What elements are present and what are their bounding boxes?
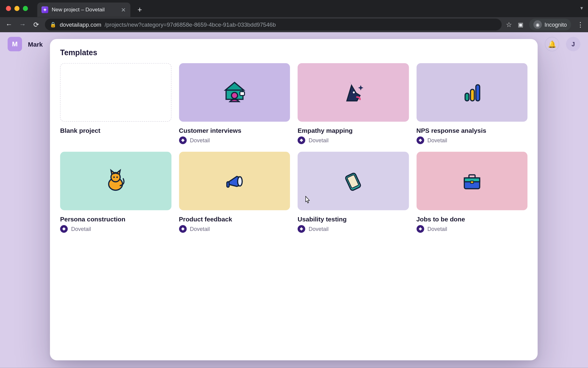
template-thumb	[60, 63, 171, 122]
workspace-name: Mark	[28, 40, 43, 48]
template-author-label: Dovetail	[190, 226, 210, 232]
template-author-label: Dovetail	[71, 226, 91, 232]
notifications-button[interactable]: 🔔	[545, 37, 559, 51]
template-title: Customer interviews	[179, 127, 290, 134]
tabs-dropdown-icon[interactable]: ▾	[580, 5, 583, 11]
user-initial: J	[571, 41, 575, 48]
incognito-indicator[interactable]: ◉ Incognito	[529, 19, 571, 31]
svg-point-13	[116, 176, 118, 178]
template-author-label: Dovetail	[427, 226, 447, 232]
svg-marker-10	[111, 170, 115, 174]
cat-icon	[104, 169, 128, 193]
template-card-empathy-mapping[interactable]: Empathy mapping Dovetail	[298, 63, 409, 144]
house-person-icon	[222, 80, 247, 105]
template-author-label: Dovetail	[309, 137, 329, 144]
templates-grid: Blank project Customer interviews	[60, 63, 527, 233]
phone-icon	[341, 169, 365, 193]
tab-title: New project – Dovetail	[52, 7, 105, 13]
template-thumb	[179, 152, 290, 210]
address-bar[interactable]: 🔒 dovetailapp.com/projects/new?category=…	[45, 19, 502, 31]
svg-rect-7	[476, 85, 480, 101]
template-thumb	[416, 152, 527, 210]
cursor-icon	[304, 196, 311, 205]
nav-forward-button[interactable]: →	[18, 21, 27, 29]
template-title: Blank project	[60, 127, 171, 134]
browser-toolbar: ← → ⟳ 🔒 dovetailapp.com/projects/new?cat…	[0, 17, 588, 32]
template-card-nps[interactable]: NPS response analysis Dovetail	[416, 63, 527, 144]
template-card-customer-interviews[interactable]: Customer interviews Dovetail	[179, 63, 290, 144]
tab-favicon: ✦	[41, 6, 48, 13]
nav-reload-button[interactable]: ⟳	[31, 21, 40, 29]
template-thumb	[298, 63, 409, 122]
incognito-icon: ◉	[533, 20, 542, 29]
template-thumb	[298, 152, 409, 210]
template-title: Product feedback	[179, 215, 290, 222]
template-card-usability-testing[interactable]: Usability testing Dovetail	[298, 152, 409, 233]
template-title: Usability testing	[298, 215, 409, 222]
new-tab-button[interactable]: +	[134, 4, 146, 16]
svg-rect-5	[465, 93, 469, 101]
window-minimize-button[interactable]	[14, 6, 20, 11]
svg-rect-20	[469, 175, 475, 178]
dovetail-logo-icon	[179, 225, 187, 233]
workspace-initial: M	[12, 40, 17, 48]
url-path: /projects/new?category=97d6858e-8659-4bc…	[105, 21, 276, 28]
browser-menu-icon[interactable]: ⋮	[577, 21, 584, 29]
template-card-product-feedback[interactable]: Product feedback Dovetail	[179, 152, 290, 233]
template-author: Dovetail	[416, 225, 527, 233]
bell-icon: 🔔	[548, 40, 556, 48]
template-card-blank[interactable]: Blank project	[60, 63, 171, 144]
briefcase-icon	[460, 169, 484, 193]
browser-tab-active[interactable]: ✦ New project – Dovetail ✕	[37, 2, 130, 17]
nav-back-button[interactable]: ←	[4, 21, 13, 29]
template-author-label: Dovetail	[427, 137, 447, 144]
window-controls	[6, 6, 28, 11]
bar-chart-icon	[460, 80, 484, 105]
template-author-label: Dovetail	[309, 226, 329, 232]
template-author: Dovetail	[60, 225, 171, 233]
template-card-persona[interactable]: Persona construction Dovetail	[60, 152, 171, 233]
app-viewport: M Mark 🔔 J Templates Blank project	[0, 32, 588, 368]
bookmark-star-icon[interactable]: ☆	[506, 21, 512, 29]
template-author-label: Dovetail	[190, 137, 210, 144]
svg-rect-15	[227, 182, 229, 187]
template-thumb	[179, 63, 290, 122]
template-author: Dovetail	[416, 136, 527, 144]
template-author: Dovetail	[298, 225, 409, 233]
dovetail-logo-icon	[179, 136, 187, 144]
window-close-button[interactable]	[6, 6, 11, 11]
svg-point-2	[231, 92, 237, 98]
svg-marker-0	[225, 82, 243, 90]
svg-point-14	[237, 177, 242, 186]
svg-point-4	[353, 91, 355, 93]
tab-close-icon[interactable]: ✕	[121, 7, 126, 13]
template-title: Persona construction	[60, 215, 171, 222]
svg-rect-1	[240, 92, 244, 96]
extensions-icon[interactable]: ▣	[518, 21, 523, 28]
svg-rect-6	[470, 89, 474, 101]
user-avatar[interactable]: J	[566, 37, 580, 51]
dovetail-logo-icon	[416, 136, 424, 144]
dog-sparkle-icon	[341, 80, 365, 105]
workspace-badge[interactable]: M	[8, 37, 22, 51]
svg-marker-11	[116, 170, 120, 174]
template-author: Dovetail	[179, 225, 290, 233]
template-card-jobs-to-be-done[interactable]: Jobs to be done Dovetail	[416, 152, 527, 233]
template-title: Jobs to be done	[416, 215, 527, 222]
template-author: Dovetail	[179, 136, 290, 144]
templates-modal: Templates Blank project	[50, 39, 537, 360]
template-title: Empathy mapping	[298, 127, 409, 134]
svg-point-12	[113, 176, 115, 178]
dovetail-logo-icon	[298, 136, 305, 144]
browser-titlebar: ✦ New project – Dovetail ✕ + ▾	[0, 0, 588, 17]
window-zoom-button[interactable]	[23, 6, 28, 11]
dovetail-logo-icon	[298, 225, 305, 233]
dovetail-logo-icon	[416, 225, 424, 233]
template-thumb	[60, 152, 171, 210]
dovetail-logo-icon	[60, 225, 68, 233]
megaphone-icon	[222, 169, 247, 193]
svg-rect-21	[470, 181, 473, 183]
url-host: dovetailapp.com	[60, 21, 101, 28]
incognito-label: Incognito	[545, 21, 567, 28]
template-title: NPS response analysis	[416, 127, 527, 134]
